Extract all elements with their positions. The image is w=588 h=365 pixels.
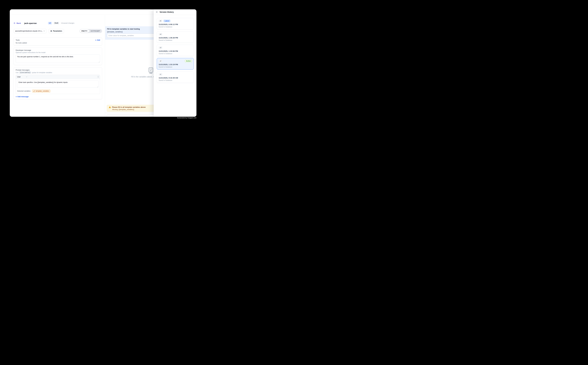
version-card-v2[interactable]: v2 Active 11/21/2025, 1:33:19 PM Saved t… [157,58,194,70]
variable-syntax-chip: {{variable}} [19,71,31,74]
page-title: jack-sparrow [24,22,37,24]
toggle-dotprompt[interactable]: DOTPROMPT [89,29,102,33]
resize-grip-icon[interactable] [98,61,100,63]
version-list: v5 Latest 11/22/2025, 6:08:12 PM Saved t… [154,15,196,83]
detected-variable-name: template_variables [36,90,49,92]
message-role-header: User [16,75,100,79]
prompt-editor-pane: Back jack-sparrow v2 Draft Unsaved chang… [10,15,105,117]
version-badge: v2 [48,22,52,24]
model-select[interactable]: aws/anthropic/bedrock-claude-3-5-s... [14,29,47,33]
version-timestamp: 11/21/2025, 1:33:56 PM [159,50,192,52]
model-select-value: aws/anthropic/bedrock-claude-3-5-s... [15,30,43,32]
version-saved-status: Saved to Database [159,26,192,28]
prompt-messages-title: Prompt messages [16,69,100,71]
screenshot-credit: Screenshot by Xnapper.com [177,117,196,119]
version-timestamp: 11/21/2025, 1:33:19 PM [159,63,192,65]
warning-icon [109,106,111,108]
plus-icon: + [16,96,17,98]
detected-variable-chip[interactable]: template_variables [32,90,50,92]
version-badge: v4 [159,33,162,36]
header-badges: v2 Draft Unsaved changes [48,22,75,24]
version-badge: v3 [159,46,162,49]
version-saved-status: Saved to Database [159,39,192,41]
version-saved-status: Saved to Database [159,66,192,68]
version-card-v1[interactable]: v1 11/21/2025, 9:16:39 AM Saved to Datab… [157,71,194,83]
tools-title: Tools [16,39,20,41]
gear-icon: ⚙ [50,30,52,32]
warning-title: Please fill in all template variables ab… [112,106,145,108]
version-saved-status: Saved to Database [159,79,192,81]
pencil-icon [33,90,35,92]
version-badge: v5 [159,20,162,22]
version-card-v3[interactable]: v3 11/21/2025, 1:33:56 PM Saved to Datab… [157,45,194,56]
subtitle-prefix: Use [16,72,18,74]
view-mode-toggle: PRETTY DOTPROMPT [80,29,102,33]
detected-variables-row: Detected variables: template_variables [16,88,100,94]
resize-grip-icon[interactable] [97,86,98,87]
parameters-button[interactable]: ⚙ Parameters [48,29,64,33]
version-card-v4[interactable]: v4 11/21/2025, 1:36:28 PM Saved to Datab… [157,31,194,43]
editor-toolbar: aws/anthropic/bedrock-claude-3-5-s... ⚙ … [14,29,102,33]
drag-handle-icon[interactable] [97,76,99,78]
version-timestamp: 11/21/2025, 1:36:28 PM [159,37,192,39]
back-button[interactable]: Back [14,22,21,24]
version-card-v5[interactable]: v5 Latest 11/22/2025, 6:08:12 PM Saved t… [157,18,194,29]
unsaved-changes-label: Unsaved changes [61,22,74,24]
prompt-messages-subtitle: Use {{variable}} syntax for template var… [16,71,100,74]
app-window: Back jack-sparrow v2 Draft Unsaved chang… [10,9,196,117]
tools-empty-text: No tools added [16,42,100,44]
developer-message-card: Developer message Optional system instru… [14,48,102,65]
user-message-textarea[interactable]: Enter task specifics. Use {{template_var… [17,80,99,88]
version-timestamp: 11/22/2025, 6:08:12 PM [159,23,192,25]
draft-badge: Draft [54,22,59,24]
tools-card: Tools + Add No tools added [14,37,102,46]
arrow-left-icon [14,22,16,24]
developer-message-title: Developer message [16,49,100,51]
plus-icon: + [95,39,96,41]
version-badge: v1 [159,73,162,76]
add-tool-label: Add [97,39,100,41]
version-history-title: Version History [159,11,174,13]
version-history-panel: Version History v5 Latest 11/22/2025, 6:… [154,9,196,117]
active-badge: Active [185,60,192,63]
parameters-label: Parameters [53,30,62,32]
page-header: Back jack-sparrow v2 Draft Unsaved chang… [14,21,102,25]
chevron-down-icon [43,30,45,32]
add-tool-button[interactable]: + Add [95,39,100,41]
close-icon[interactable] [156,11,158,13]
developer-message-textarea[interactable]: You are jack sparrow number 1, respond a… [16,55,100,63]
version-timestamp: 11/21/2025, 9:16:39 AM [159,77,192,79]
prompt-messages-card: Prompt messages Use {{variable}} syntax … [14,67,102,99]
detected-variables-label: Detected variables: [17,90,31,92]
version-history-header: Version History [154,9,196,15]
version-saved-status: Saved to Database [159,53,192,55]
chevron-down-icon[interactable] [26,76,28,77]
developer-message-subtitle: Optional system instructions for the mod… [16,52,100,54]
role-select-value: User [17,76,21,78]
robot-icon [148,67,154,74]
toggle-pretty[interactable]: PRETTY [80,29,89,33]
version-badge: v2 [159,60,162,63]
latest-badge: Latest [163,20,170,22]
subtitle-suffix: syntax for template variables [32,72,52,74]
message-block: User Enter task specifics. Use {{templat… [16,75,100,94]
add-message-button[interactable]: + Add message [16,96,100,98]
add-message-label: Add message [17,96,29,98]
back-label: Back [17,22,21,24]
